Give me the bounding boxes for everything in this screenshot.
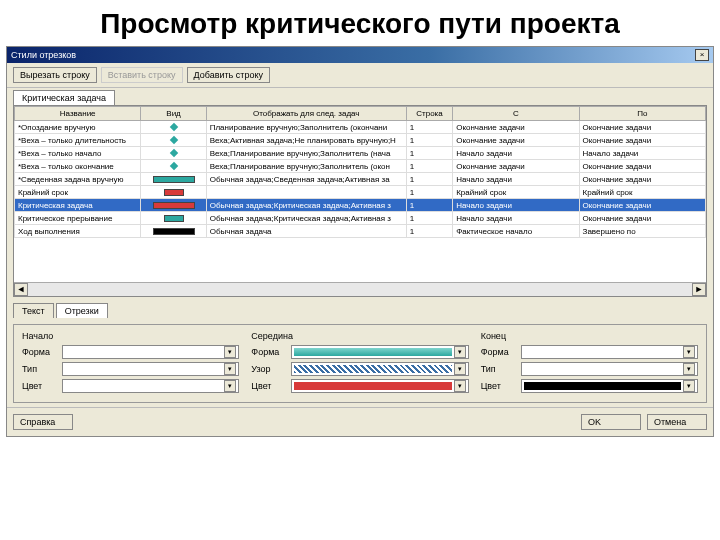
cell-name[interactable]: Критическая задача (15, 199, 141, 212)
col-from[interactable]: С (453, 107, 579, 121)
cell-row[interactable]: 1 (406, 199, 452, 212)
end-shape-combo[interactable]: ▾ (521, 345, 698, 359)
col-name[interactable]: Название (15, 107, 141, 121)
grid-body[interactable]: Название Вид Отображать для след. задач … (14, 106, 706, 282)
ok-button[interactable]: OK (581, 414, 641, 430)
cell-show[interactable] (206, 186, 406, 199)
cancel-button[interactable]: Отмена (647, 414, 707, 430)
cell-from[interactable]: Окончание задачи (453, 134, 579, 147)
cell-to[interactable]: Окончание задачи (579, 173, 705, 186)
col-show[interactable]: Отображать для след. задач (206, 107, 406, 121)
cell-from[interactable]: Начало задачи (453, 212, 579, 225)
scroll-track[interactable] (28, 283, 692, 296)
cell-name[interactable]: *Сведенная задача вручную (15, 173, 141, 186)
table-row[interactable]: Ход выполненияОбычная задача1Фактическое… (15, 225, 706, 238)
help-button[interactable]: Справка (13, 414, 73, 430)
cell-show[interactable]: Обычная задача;Критическая задача;Активн… (206, 212, 406, 225)
dialog-title: Стили отрезков (11, 50, 76, 60)
start-type-label: Тип (22, 364, 58, 374)
cell-show[interactable]: Планирование вручную;Заполнитель (оконча… (206, 121, 406, 134)
col-vid[interactable]: Вид (141, 107, 206, 121)
cell-name[interactable]: *Веха – только длительность (15, 134, 141, 147)
middle-shape-combo[interactable]: ▾ (291, 345, 468, 359)
table-row[interactable]: *Веха – только длительностьВеха;Активная… (15, 134, 706, 147)
add-row-button[interactable]: Добавить строку (187, 67, 270, 83)
tab-bars[interactable]: Отрезки (56, 303, 108, 318)
cell-to[interactable]: Окончание задачи (579, 121, 705, 134)
start-type-combo[interactable]: ▾ (62, 362, 239, 376)
cell-show[interactable]: Веха;Планирование вручную;Заполнитель (о… (206, 160, 406, 173)
page-title: Просмотр критического пути проекта (0, 0, 720, 46)
table-row[interactable]: *Веха – только началоВеха;Планирование в… (15, 147, 706, 160)
cell-show[interactable]: Обычная задача;Сведенная задача;Активная… (206, 173, 406, 186)
table-row[interactable]: Критическое прерываниеОбычная задача;Кри… (15, 212, 706, 225)
scroll-right-button[interactable]: ► (692, 283, 706, 296)
cell-from[interactable]: Фактическое начало (453, 225, 579, 238)
cell-to[interactable]: Крайний срок (579, 186, 705, 199)
cell-to[interactable]: Окончание задачи (579, 134, 705, 147)
cell-row[interactable]: 1 (406, 212, 452, 225)
end-type-combo[interactable]: ▾ (521, 362, 698, 376)
cell-name[interactable]: Критическое прерывание (15, 212, 141, 225)
cell-name[interactable]: *Веха – только начало (15, 147, 141, 160)
cell-row[interactable]: 1 (406, 160, 452, 173)
cell-vid[interactable] (141, 173, 206, 186)
table-row[interactable]: *Сведенная задача вручнуюОбычная задача;… (15, 173, 706, 186)
cell-from[interactable]: Крайний срок (453, 186, 579, 199)
cell-vid[interactable] (141, 160, 206, 173)
chevron-down-icon: ▾ (454, 363, 466, 375)
middle-pattern-combo[interactable]: ▾ (291, 362, 468, 376)
cell-to[interactable]: Окончание задачи (579, 160, 705, 173)
col-row[interactable]: Строка (406, 107, 452, 121)
close-button[interactable]: × (695, 49, 709, 61)
cell-show[interactable]: Веха;Планирование вручную;Заполнитель (н… (206, 147, 406, 160)
cell-row[interactable]: 1 (406, 173, 452, 186)
tab-critical-task[interactable]: Критическая задача (13, 90, 115, 105)
cell-vid[interactable] (141, 186, 206, 199)
end-color-combo[interactable]: ▾ (521, 379, 698, 393)
cell-vid[interactable] (141, 212, 206, 225)
cell-to[interactable]: Окончание задачи (579, 212, 705, 225)
col-to[interactable]: По (579, 107, 705, 121)
start-shape-combo[interactable]: ▾ (62, 345, 239, 359)
cell-show[interactable]: Обычная задача (206, 225, 406, 238)
paste-row-button: Вставить строку (101, 67, 183, 83)
cell-show[interactable]: Обычная задача;Критическая задача;Активн… (206, 199, 406, 212)
table-row[interactable]: *Опоздание вручнуюПланирование вручную;З… (15, 121, 706, 134)
cell-row[interactable]: 1 (406, 147, 452, 160)
cell-row[interactable]: 1 (406, 134, 452, 147)
cell-row[interactable]: 1 (406, 225, 452, 238)
cell-to[interactable]: Окончание задачи (579, 199, 705, 212)
table-row[interactable]: *Веха – только окончаниеВеха;Планировани… (15, 160, 706, 173)
cell-vid[interactable] (141, 147, 206, 160)
start-color-combo[interactable]: ▾ (62, 379, 239, 393)
cell-from[interactable]: Окончание задачи (453, 160, 579, 173)
cell-to[interactable]: Завершено по (579, 225, 705, 238)
cut-row-button[interactable]: Вырезать строку (13, 67, 97, 83)
cell-from[interactable]: Начало задачи (453, 147, 579, 160)
cell-vid[interactable] (141, 199, 206, 212)
cell-row[interactable]: 1 (406, 186, 452, 199)
chevron-down-icon: ▾ (224, 363, 236, 375)
middle-color-combo[interactable]: ▾ (291, 379, 468, 393)
cell-name[interactable]: Крайний срок (15, 186, 141, 199)
cell-show[interactable]: Веха;Активная задача;Не планировать вруч… (206, 134, 406, 147)
cell-name[interactable]: *Опоздание вручную (15, 121, 141, 134)
cell-vid[interactable] (141, 134, 206, 147)
bar-format-section: Начало Форма ▾ Тип ▾ Цвет ▾ Середина Фор… (13, 324, 707, 403)
cell-from[interactable]: Начало задачи (453, 173, 579, 186)
cell-from[interactable]: Начало задачи (453, 199, 579, 212)
cell-name[interactable]: Ход выполнения (15, 225, 141, 238)
cell-vid[interactable] (141, 121, 206, 134)
table-row[interactable]: Крайний срок1Крайний срокКрайний срок (15, 186, 706, 199)
table-row[interactable]: Критическая задачаОбычная задача;Критиче… (15, 199, 706, 212)
cell-to[interactable]: Начало задачи (579, 147, 705, 160)
cell-name[interactable]: *Веха – только окончание (15, 160, 141, 173)
scroll-left-button[interactable]: ◄ (14, 283, 28, 296)
middle-shape-label: Форма (251, 347, 287, 357)
tab-text[interactable]: Текст (13, 303, 54, 318)
horizontal-scrollbar[interactable]: ◄ ► (14, 282, 706, 296)
cell-vid[interactable] (141, 225, 206, 238)
cell-row[interactable]: 1 (406, 121, 452, 134)
cell-from[interactable]: Окончание задачи (453, 121, 579, 134)
